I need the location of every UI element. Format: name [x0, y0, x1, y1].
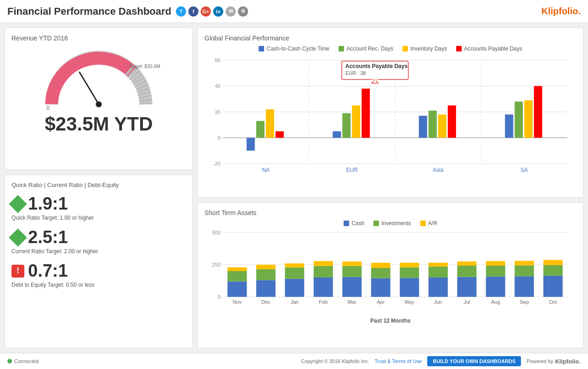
svg-text:Apr: Apr [377, 299, 384, 305]
svg-text:Jul: Jul [464, 299, 470, 305]
left-column: Revenue YTD 2016 0 Target: $30.0M [5, 28, 193, 348]
legend-item: A/R [420, 220, 437, 227]
current-ratio-target: Current Ratio Target: 2.00 or higher [11, 248, 186, 255]
svg-text:Asia: Asia [433, 167, 444, 173]
legend-item: Accounts Payable Days [456, 45, 522, 52]
header-left: Financial Performance Dashboard T f G+ i… [7, 6, 248, 17]
svg-rect-62 [314, 266, 333, 278]
global-chart-title: Global Financial Performance [204, 34, 577, 42]
header: Financial Performance Dashboard T f G+ i… [0, 0, 588, 23]
svg-rect-30 [448, 105, 456, 137]
svg-rect-87 [486, 261, 505, 266]
debt-ratio-target: Debt to Equity Target: 0.50 or less [11, 282, 186, 288]
short-term-legend: CashInvestmentsA/R [204, 220, 577, 227]
footer: Connected Copyright © 2016 Klipfolio Inc… [0, 353, 588, 369]
svg-text:Jan: Jan [290, 299, 299, 305]
svg-text:Jun: Jun [434, 299, 442, 305]
svg-line-0 [79, 72, 99, 104]
svg-rect-21 [333, 131, 341, 138]
current-ratio-value: 2.5:1 [28, 227, 68, 247]
connected-label: Connected [14, 358, 39, 364]
svg-rect-22 [342, 113, 351, 137]
svg-rect-53 [256, 280, 276, 297]
legend-item: Inventory Days [402, 45, 447, 52]
google-icon[interactable]: G+ [201, 6, 211, 17]
svg-text:Dec: Dec [261, 299, 271, 305]
svg-rect-81 [457, 277, 476, 297]
svg-rect-63 [314, 261, 333, 266]
svg-rect-57 [285, 279, 304, 297]
svg-text:250: 250 [212, 262, 220, 267]
global-bar-chart: -200204060NAEURAsiaSAAccounts Payable Da… [204, 56, 577, 187]
svg-rect-49 [227, 281, 247, 297]
current-ratio-icon [9, 228, 27, 247]
global-chart-legend: Cash-to-Cash Cycle TimeAccount Rec. Days… [204, 45, 577, 52]
svg-rect-33 [505, 114, 513, 138]
svg-text:40: 40 [215, 83, 220, 89]
svg-rect-34 [514, 102, 523, 138]
facebook-icon[interactable]: f [188, 6, 198, 17]
svg-rect-78 [429, 267, 448, 278]
svg-rect-54 [256, 269, 276, 280]
svg-rect-15 [247, 138, 255, 151]
svg-rect-95 [543, 260, 563, 265]
svg-rect-50 [227, 271, 247, 281]
svg-rect-83 [457, 261, 476, 266]
svg-rect-36 [534, 86, 542, 138]
svg-rect-69 [371, 278, 390, 297]
current-ratio-row: 2.5:1 [11, 227, 186, 247]
svg-rect-16 [256, 121, 265, 138]
svg-rect-71 [371, 263, 390, 268]
svg-point-1 [96, 101, 102, 107]
svg-text:Oct: Oct [549, 299, 557, 305]
svg-text:500: 500 [212, 230, 220, 235]
svg-rect-28 [429, 111, 437, 138]
legend-item: Investments [373, 220, 411, 227]
svg-text:0: 0 [218, 294, 220, 300]
revenue-title: Revenue YTD 2016 [11, 34, 186, 42]
copyright-text: Copyright © 2016 Klipfolio Inc. [301, 358, 369, 364]
quick-ratio-value: 1.9:1 [28, 194, 68, 214]
legend-item: Cash [344, 220, 364, 227]
legend-item: Cash-to-Cash Cycle Time [259, 45, 329, 52]
build-dashboards-button[interactable]: BUILD YOUR OWN DASHBOARDS [427, 356, 521, 366]
main-content: Revenue YTD 2016 0 Target: $30.0M [0, 23, 588, 353]
svg-rect-27 [419, 116, 427, 138]
svg-text:20: 20 [215, 109, 220, 115]
connected-dot [7, 359, 12, 363]
connected-status: Connected [7, 358, 39, 364]
email-icon[interactable]: ✉ [226, 6, 236, 17]
svg-text:Accounts Payable Days: Accounts Payable Days [345, 63, 408, 69]
quick-ratio-target: Quick Ratio Target: 1.00 or higher [11, 215, 186, 221]
svg-rect-55 [256, 265, 276, 269]
svg-rect-74 [400, 267, 419, 278]
debt-ratio-icon: ! [11, 265, 24, 278]
svg-text:NA: NA [262, 167, 270, 173]
linkedin-icon[interactable]: in [213, 6, 223, 17]
svg-rect-90 [514, 265, 534, 276]
svg-rect-66 [342, 266, 362, 277]
quick-ratio-row: 1.9:1 [11, 194, 186, 214]
revenue-card: Revenue YTD 2016 0 Target: $30.0M [5, 28, 193, 170]
svg-text:0: 0 [46, 105, 50, 111]
svg-rect-86 [486, 266, 505, 277]
right-column: Global Financial Performance Cash-to-Cas… [198, 28, 583, 348]
short-term-bar-chart: 0250500NovDecJanFebMarAprMayJunJulAugSep… [204, 230, 577, 315]
svg-rect-29 [438, 114, 447, 138]
svg-rect-93 [543, 276, 563, 297]
svg-rect-85 [486, 277, 505, 297]
ratios-title: Quick Ratio | Current Ratio | Debt-Equit… [11, 182, 186, 188]
twitter-icon[interactable]: T [176, 6, 186, 17]
trust-link[interactable]: Trust & Terms of Use [375, 358, 422, 364]
svg-rect-65 [342, 277, 362, 297]
svg-rect-58 [285, 267, 304, 279]
svg-rect-67 [342, 261, 362, 266]
svg-rect-73 [400, 278, 419, 297]
svg-text:0: 0 [218, 135, 220, 141]
gauge-chart: 0 Target: $30.0M [34, 46, 163, 111]
gauge-container: 0 Target: $30.0M [11, 46, 186, 111]
svg-rect-94 [543, 265, 563, 276]
svg-rect-77 [429, 278, 448, 297]
settings-icon[interactable]: ⚙ [238, 6, 248, 17]
footer-logo: Klipfolio. [555, 358, 581, 365]
